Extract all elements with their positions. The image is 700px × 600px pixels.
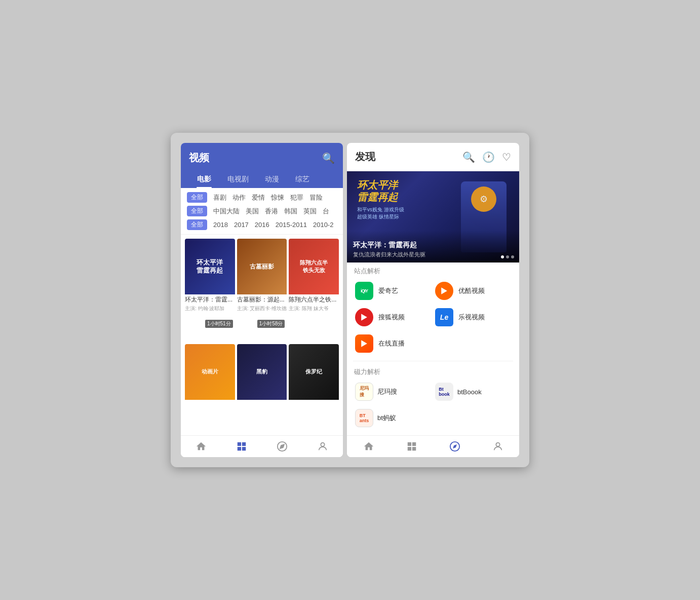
svg-marker-3: [441, 287, 447, 294]
filter-hk[interactable]: 香港: [265, 207, 278, 216]
right-nav-home[interactable]: [363, 441, 374, 452]
left-header: 视频 🔍 电影 电视剧 动漫 综艺: [181, 143, 343, 188]
right-nav-user[interactable]: [492, 441, 503, 452]
filter-china[interactable]: 中国大陆: [213, 207, 240, 216]
left-header-top: 视频 🔍: [189, 151, 335, 165]
filter-all-genre[interactable]: 全部: [187, 192, 207, 203]
youku-name: 优酷视频: [458, 286, 485, 295]
nima-name: 尼玛搜: [377, 387, 397, 396]
left-nav-compass[interactable]: [277, 441, 288, 452]
right-title: 发现: [355, 150, 375, 164]
filter-thriller[interactable]: 惊悚: [271, 193, 284, 202]
svg-marker-1: [280, 444, 284, 448]
station-label: 站点解析: [347, 262, 519, 278]
tab-anime[interactable]: 动漫: [257, 171, 287, 188]
tab-tv[interactable]: 电视剧: [219, 171, 257, 188]
filter-comedy[interactable]: 喜剧: [213, 193, 226, 202]
movie-title-5: [289, 400, 339, 402]
filter-row-genre: 全部 喜剧 动作 爱情 惊悚 犯罪 冒险: [187, 192, 337, 203]
left-nav-user[interactable]: [317, 441, 328, 452]
filter-2017[interactable]: 2017: [234, 221, 249, 229]
movie-card-1[interactable]: 古墓丽影 1小时58分 古墓丽影：源起... 主演: 艾丽西卡·维坎德: [237, 239, 287, 342]
movie-title-3: [185, 400, 235, 402]
live-logo: [355, 334, 373, 353]
magnet-grid: 尼玛搜 尼玛搜 Btbook btBoook BTants bt蚂蚁: [347, 379, 519, 435]
left-title: 视频: [189, 151, 209, 165]
movie-title-4: [237, 400, 287, 402]
movie-duration-1: 1小时58分: [257, 320, 285, 328]
service-le[interactable]: Le 乐视视频: [433, 304, 513, 330]
banner-subtitle: 复仇流浪者归来大战外星先驱: [353, 251, 513, 258]
youku-logo: [435, 282, 453, 300]
banner-overlay: 环太平洋：雷霆再起 复仇流浪者归来大战外星先驱: [347, 231, 519, 262]
btbook-logo: Btbook: [435, 383, 453, 401]
movie-card-4[interactable]: 黑豹: [237, 344, 287, 432]
filter-crime[interactable]: 犯罪: [290, 193, 303, 202]
banner-area[interactable]: 环太平洋雷霆再起 和平vs贱兔 游戏升级超级英雄 纵情星际 ⚙ 环太平洋：雷霆再…: [347, 171, 519, 262]
service-sohu[interactable]: 搜狐视频: [353, 304, 433, 330]
service-youku[interactable]: 优酷视频: [433, 278, 513, 304]
app-container: 视频 🔍 电影 电视剧 动漫 综艺 全部 喜剧 动作 爱情 惊悚 犯罪 冒险 全…: [171, 133, 529, 467]
movie-card-0[interactable]: 环太平洋雷霆再起 1小时51分 环太平洋：雷霆... 主演: 约翰·波耶加: [185, 239, 235, 342]
dot-3: [511, 255, 514, 258]
heart-icon[interactable]: ♡: [502, 151, 511, 163]
left-tabs: 电影 电视剧 动漫 综艺: [189, 171, 335, 188]
filter-2015-2011[interactable]: 2015-2011: [276, 221, 307, 229]
iqiyi-name: 爱奇艺: [378, 286, 398, 295]
left-nav-home[interactable]: [196, 441, 207, 452]
search-icon-left[interactable]: 🔍: [322, 152, 335, 164]
filter-adventure[interactable]: 冒险: [309, 193, 323, 202]
filter-romance[interactable]: 爱情: [252, 193, 265, 202]
tab-movie[interactable]: 电影: [189, 171, 219, 188]
movie-title-0: 环太平洋：雷霆...: [185, 294, 235, 305]
filter-2018[interactable]: 2018: [213, 221, 228, 229]
filter-2010-2[interactable]: 2010-2: [313, 221, 333, 229]
magnet-btants[interactable]: BTants bt蚂蚁: [353, 405, 433, 431]
filter-all-year[interactable]: 全部: [187, 219, 207, 230]
svg-marker-7: [453, 444, 457, 448]
banner-title: 环太平洋：雷霆再起: [353, 241, 513, 250]
movie-title-1: 古墓丽影：源起...: [237, 294, 287, 305]
left-nav-grid[interactable]: [236, 441, 247, 452]
service-live[interactable]: 在线直播: [353, 330, 513, 357]
svg-marker-4: [361, 314, 367, 320]
banner-dots: [501, 255, 514, 258]
left-panel: 视频 🔍 电影 电视剧 动漫 综艺 全部 喜剧 动作 爱情 惊悚 犯罪 冒险 全…: [181, 143, 343, 457]
left-bottom-nav: [181, 435, 343, 457]
btants-logo: BTants: [355, 409, 373, 427]
live-name: 在线直播: [378, 339, 405, 348]
live-grid: 在线直播: [347, 330, 519, 359]
movie-duration-0: 1小时51分: [205, 320, 233, 328]
history-icon[interactable]: 🕐: [482, 151, 495, 163]
le-logo: Le: [435, 308, 453, 326]
movie-sub-1: 主演: 艾丽西卡·维坎德: [237, 305, 287, 312]
right-nav-grid[interactable]: [406, 441, 417, 452]
magnet-btbook[interactable]: Btbook btBoook: [433, 379, 513, 405]
filter-action[interactable]: 动作: [232, 193, 246, 202]
btants-name: bt蚂蚁: [377, 414, 396, 423]
magnet-nima[interactable]: 尼玛搜 尼玛搜: [353, 379, 433, 405]
movie-card-2[interactable]: 陈翔六点半铁头无敌 陈翔六点半之铁... 主演: 陈翔 妹大爷: [289, 239, 339, 342]
movie-sub-2: 主演: 陈翔 妹大爷: [289, 305, 339, 312]
filter-section: 全部 喜剧 动作 爱情 惊悚 犯罪 冒险 全部 中国大陆 美国 香港 韩国 英国…: [181, 188, 343, 235]
magnet-label: 磁力解析: [347, 363, 519, 379]
service-iqiyi[interactable]: iQIY 爱奇艺: [353, 278, 433, 304]
search-icon-right[interactable]: 🔍: [462, 151, 475, 163]
movie-grid: 环太平洋雷霆再起 1小时51分 环太平洋：雷霆... 主演: 约翰·波耶加 古墓…: [181, 235, 343, 435]
nima-logo: 尼玛搜: [355, 383, 373, 401]
filter-all-region[interactable]: 全部: [187, 206, 207, 216]
filter-usa[interactable]: 美国: [246, 207, 259, 216]
right-bottom-nav: [347, 435, 519, 457]
filter-taiwan[interactable]: 台: [323, 207, 329, 216]
filter-2016[interactable]: 2016: [255, 221, 269, 229]
svg-marker-5: [361, 340, 367, 347]
filter-korea[interactable]: 韩国: [284, 207, 297, 216]
filter-uk[interactable]: 英国: [303, 207, 317, 216]
right-nav-compass[interactable]: [449, 441, 460, 452]
tab-variety[interactable]: 综艺: [287, 171, 318, 188]
right-header-icons: 🔍 🕐 ♡: [462, 151, 511, 163]
movie-card-3[interactable]: 动画片: [185, 344, 235, 432]
dot-1: [501, 255, 504, 258]
iqiyi-logo: iQIY: [355, 282, 373, 300]
movie-card-5[interactable]: 侏罗纪: [289, 344, 339, 432]
